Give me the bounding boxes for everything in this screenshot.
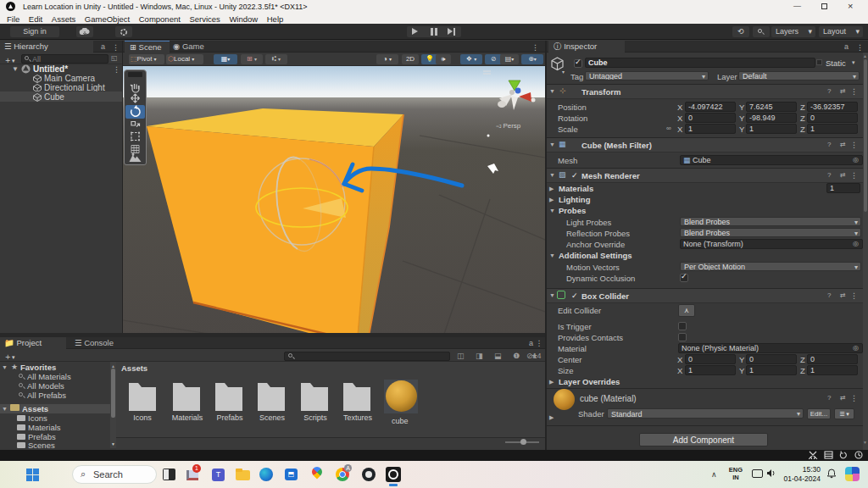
svg-text:Materials: Materials bbox=[172, 413, 203, 422]
svg-text:Prefabs: Prefabs bbox=[216, 413, 243, 422]
svg-text:Textures: Textures bbox=[343, 413, 373, 422]
svg-text:Scripts: Scripts bbox=[303, 413, 327, 422]
svg-text:Scenes: Scenes bbox=[259, 413, 286, 422]
svg-text:◅ Persp: ◅ Persp bbox=[495, 122, 521, 130]
svg-text:Icons: Icons bbox=[133, 413, 152, 422]
